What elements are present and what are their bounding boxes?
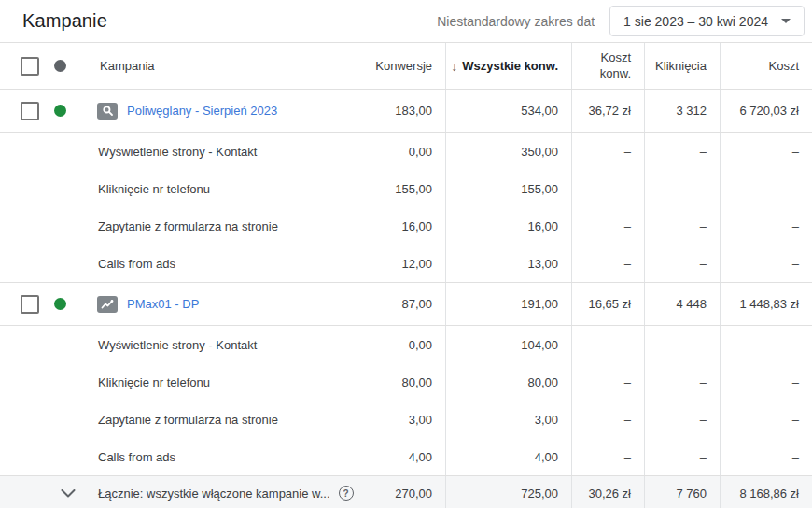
all-conversions-cell: 13,00: [445, 245, 571, 282]
action-label: Zapytanie z formularza na stronie: [98, 413, 278, 427]
date-range-type-label: Niestandardowy zakres dat: [437, 14, 595, 29]
all-conversions-cell: 534,00: [445, 90, 571, 132]
action-row: Zapytanie z formularza na stronie 3,00 3…: [0, 401, 812, 438]
campaign-row-poliweglany: Poliwęglany - Sierpień 2023 183,00 534,0…: [0, 90, 812, 133]
totals-row: Łącznie: wszystkie włączone kampanie w..…: [0, 476, 812, 508]
cost-cell: –: [720, 363, 812, 401]
clicks-cell: –: [644, 326, 720, 363]
status-enabled-icon[interactable]: [54, 298, 66, 310]
cost-per-conversion-cell: –: [571, 326, 644, 363]
sort-descending-icon: ↓: [451, 59, 457, 74]
action-label: Kliknięcie nr telefonu: [98, 375, 210, 389]
cost-per-conversion-cell: –: [571, 170, 644, 207]
row-checkbox[interactable]: [21, 102, 39, 120]
cost-cell: –: [720, 401, 812, 438]
all-conversions-cell: 350,00: [445, 133, 571, 170]
date-range-area: Niestandardowy zakres dat 1 sie 2023 – 3…: [437, 6, 805, 36]
action-row: Wyświetlenie strony - Kontakt 0,00 104,0…: [0, 326, 812, 363]
total-clicks-cell: 7 760: [644, 476, 720, 508]
clicks-cell: –: [644, 363, 720, 401]
all-conversions-cell: 3,00: [445, 401, 571, 438]
total-cost-cell: 8 168,86 zł: [720, 476, 812, 508]
page-header: Kampanie Niestandardowy zakres dat 1 sie…: [0, 0, 812, 43]
cost-cell: –: [720, 326, 812, 363]
clicks-cell: –: [644, 170, 720, 207]
cost-cell: –: [720, 207, 812, 245]
campaign-link[interactable]: PMax01 - DP: [127, 297, 199, 311]
conversions-cell: 12,00: [371, 245, 445, 282]
clicks-cell: –: [644, 133, 720, 170]
action-label: Wyświetlenie strony - Kontakt: [98, 145, 257, 159]
select-all-checkbox[interactable]: [21, 57, 39, 76]
cost-cell: 6 720,03 zł: [720, 90, 812, 132]
status-enabled-icon[interactable]: [54, 105, 66, 117]
action-row: Calls from ads 12,00 13,00 – – –: [0, 245, 812, 282]
expand-totals-chevron-icon[interactable]: [59, 489, 77, 498]
help-icon[interactable]: ?: [339, 486, 354, 501]
clicks-cell: –: [644, 438, 720, 475]
cost-cell: –: [720, 438, 812, 475]
row-checkbox[interactable]: [21, 295, 39, 314]
clicks-cell: 4 448: [644, 283, 720, 325]
cost-per-conversion-cell: –: [571, 207, 644, 245]
total-conversions-cell: 270,00: [371, 476, 445, 508]
column-header-campaign[interactable]: Kampania: [100, 59, 155, 73]
conversions-cell: 87,00: [371, 283, 445, 325]
campaign-name-cell: PMax01 - DP: [0, 283, 371, 325]
date-range-value: 1 sie 2023 – 30 kwi 2024: [623, 14, 768, 29]
table-header-row: Kampania Konwersje ↓ Wszystkie konw. Kos…: [0, 43, 812, 90]
status-column-icon: [54, 60, 66, 72]
conversions-cell: 0,00: [371, 133, 445, 170]
action-label: Zapytanie z formularza na stronie: [98, 219, 278, 233]
conversions-cell: 16,00: [371, 207, 445, 245]
campaign-1-action-breakdown: Wyświetlenie strony - Kontakt 0,00 350,0…: [0, 133, 812, 283]
cost-per-conversion-cell: –: [571, 363, 644, 401]
conversions-cell: 3,00: [371, 401, 445, 438]
cost-cell: 1 448,83 zł: [720, 283, 812, 325]
action-label: Wyświetlenie strony - Kontakt: [98, 338, 257, 352]
total-cost-per-conversion-cell: 30,26 zł: [571, 476, 644, 508]
header-campaign-cell: Kampania: [0, 43, 371, 89]
action-row: Kliknięcie nr telefonu 80,00 80,00 – – –: [0, 363, 812, 401]
cost-per-conversion-cell: –: [571, 401, 644, 438]
all-conversions-cell: 80,00: [445, 363, 571, 401]
cost-cell: –: [720, 245, 812, 282]
column-header-conversions[interactable]: Konwersje: [371, 43, 445, 89]
cost-per-conversion-cell: 16,65 zł: [571, 283, 644, 325]
campaign-2-action-breakdown: Wyświetlenie strony - Kontakt 0,00 104,0…: [0, 326, 812, 476]
conversions-cell: 4,00: [371, 438, 445, 475]
cost-cell: –: [720, 133, 812, 170]
date-range-selector[interactable]: 1 sie 2023 – 30 kwi 2024: [609, 6, 805, 36]
column-header-cost-per-conversion[interactable]: Koszt konw.: [571, 43, 644, 89]
campaigns-table: Kampania Konwersje ↓ Wszystkie konw. Kos…: [0, 43, 812, 508]
clicks-cell: 3 312: [644, 90, 720, 132]
dropdown-caret-icon: [781, 19, 791, 23]
page-title: Kampanie: [22, 10, 107, 32]
conversions-cell: 183,00: [371, 90, 445, 132]
total-all-conversions-cell: 725,00: [445, 476, 571, 508]
column-header-cost[interactable]: Koszt: [720, 43, 812, 89]
clicks-cell: –: [644, 245, 720, 282]
action-row: Kliknięcie nr telefonu 155,00 155,00 – –…: [0, 170, 812, 207]
clicks-cell: –: [644, 207, 720, 245]
action-row: Calls from ads 4,00 4,00 – – –: [0, 438, 812, 475]
column-header-clicks[interactable]: Kliknięcia: [644, 43, 720, 89]
campaign-link[interactable]: Poliwęglany - Sierpień 2023: [127, 104, 277, 118]
column-header-all-conversions[interactable]: ↓ Wszystkie konw.: [445, 43, 571, 89]
conversions-cell: 0,00: [371, 326, 445, 363]
all-conversions-cell: 104,00: [445, 326, 571, 363]
conversions-cell: 80,00: [371, 363, 445, 401]
cost-per-conversion-cell: 36,72 zł: [571, 90, 644, 132]
performance-max-campaign-icon: [97, 296, 118, 313]
campaign-row-pmax01: PMax01 - DP 87,00 191,00 16,65 zł 4 448 …: [0, 283, 812, 326]
action-label: Calls from ads: [98, 257, 175, 271]
action-row: Zapytanie z formularza na stronie 16,00 …: [0, 207, 812, 245]
all-conversions-cell: 4,00: [445, 438, 571, 475]
action-label: Kliknięcie nr telefonu: [98, 182, 210, 196]
search-campaign-icon: [97, 103, 118, 120]
conversions-cell: 155,00: [371, 170, 445, 207]
cost-per-conversion-cell: –: [571, 438, 644, 475]
cost-per-conversion-cell: –: [571, 245, 644, 282]
totals-label: Łącznie: wszystkie włączone kampanie w..…: [98, 487, 330, 501]
action-row: Wyświetlenie strony - Kontakt 0,00 350,0…: [0, 133, 812, 170]
